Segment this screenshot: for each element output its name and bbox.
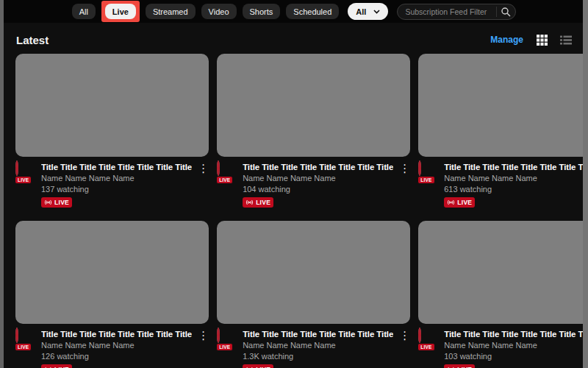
filter-chip-shorts[interactable]: Shorts bbox=[243, 4, 281, 19]
broadcast-icon bbox=[245, 199, 254, 205]
channel-avatar[interactable]: LIVE bbox=[217, 162, 237, 182]
video-card: LIVE Title Title Title Title Title Title… bbox=[217, 221, 410, 368]
watching-count: 126 watching bbox=[41, 352, 192, 361]
chevron-down-icon bbox=[373, 10, 380, 14]
grid-view-button[interactable] bbox=[537, 35, 548, 46]
video-thumbnail[interactable] bbox=[217, 221, 410, 324]
video-grid: LIVE Title Title Title Title Title Title… bbox=[0, 54, 588, 368]
channel-name[interactable]: Name Name Name Name bbox=[444, 341, 588, 350]
avatar bbox=[217, 328, 220, 343]
avatar-live-badge: LIVE bbox=[417, 343, 434, 351]
latest-section-header: Latest Manage bbox=[0, 31, 588, 49]
subscriptions-feed-page: All Live Streamed Video Shorts Scheduled… bbox=[0, 0, 588, 368]
watching-count: 104 watching bbox=[243, 185, 393, 194]
avatar bbox=[418, 328, 421, 343]
video-title[interactable]: Title Title Title Title Title Title Titl… bbox=[444, 330, 588, 339]
live-badge-label: LIVE bbox=[256, 199, 270, 206]
video-thumbnail[interactable] bbox=[418, 221, 588, 324]
kebab-menu-icon[interactable]: ⋮ bbox=[198, 163, 209, 208]
avatar bbox=[15, 328, 18, 343]
grid-view-icon bbox=[537, 35, 548, 46]
live-badge-label: LIVE bbox=[457, 199, 472, 206]
avatar-live-badge: LIVE bbox=[15, 176, 32, 184]
video-thumbnail[interactable] bbox=[15, 221, 209, 324]
filter-chip-live[interactable]: Live bbox=[105, 4, 136, 19]
video-card: LIVE Title Title Title Title Title Title… bbox=[418, 221, 588, 368]
search-input[interactable] bbox=[405, 7, 492, 16]
channel-avatar[interactable]: LIVE bbox=[15, 162, 35, 182]
divider bbox=[496, 7, 497, 17]
channel-name[interactable]: Name Name Name Name bbox=[41, 341, 192, 350]
video-title[interactable]: Title Title Title Title Title Title Titl… bbox=[243, 330, 393, 339]
window-edge-left bbox=[0, 0, 4, 368]
manage-link[interactable]: Manage bbox=[490, 35, 523, 45]
broadcast-icon bbox=[447, 199, 455, 205]
filter-chip-streamed[interactable]: Streamed bbox=[146, 4, 196, 19]
channel-name[interactable]: Name Name Name Name bbox=[41, 174, 192, 183]
avatar bbox=[418, 160, 421, 176]
live-badge-label: LIVE bbox=[54, 199, 69, 206]
filter-chip-all[interactable]: All bbox=[72, 4, 96, 19]
subscription-feed-filter-search bbox=[397, 4, 516, 20]
channel-avatar[interactable]: LIVE bbox=[418, 329, 438, 349]
watching-count: 1.3K watching bbox=[243, 352, 393, 361]
video-title[interactable]: Title Title Title Title Title Title Titl… bbox=[243, 163, 393, 171]
channel-name[interactable]: Name Name Name Name bbox=[243, 174, 393, 183]
kebab-menu-icon[interactable]: ⋮ bbox=[399, 163, 410, 208]
video-title[interactable]: Title Title Title Title Title Title Titl… bbox=[444, 163, 588, 171]
kebab-menu-icon[interactable]: ⋮ bbox=[198, 330, 209, 368]
live-badge: LIVE bbox=[243, 197, 273, 208]
avatar-live-badge: LIVE bbox=[417, 176, 434, 184]
filter-chip-video[interactable]: Video bbox=[201, 4, 237, 19]
dropdown-value: All bbox=[356, 7, 366, 16]
page-title: Latest bbox=[16, 34, 49, 46]
broadcast-icon bbox=[44, 199, 52, 205]
list-view-button[interactable] bbox=[560, 35, 572, 45]
video-thumbnail[interactable] bbox=[217, 54, 410, 157]
video-card: LIVE Title Title Title Title Title Title… bbox=[217, 54, 410, 208]
watching-count: 103 watching bbox=[444, 352, 588, 361]
list-view-icon bbox=[560, 35, 572, 45]
video-thumbnail[interactable] bbox=[15, 54, 209, 157]
feed-filter-bar: All Live Streamed Video Shorts Scheduled… bbox=[0, 0, 588, 23]
video-card: LIVE Title Title Title Title Title Title… bbox=[418, 54, 588, 208]
avatar-live-badge: LIVE bbox=[216, 343, 233, 351]
search-icon bbox=[501, 7, 511, 17]
scrollbar-right[interactable] bbox=[583, 0, 588, 368]
channel-avatar[interactable]: LIVE bbox=[217, 329, 237, 349]
video-card: LIVE Title Title Title Title Title Title… bbox=[15, 54, 209, 208]
avatar-live-badge: LIVE bbox=[15, 343, 32, 351]
video-card: LIVE Title Title Title Title Title Title… bbox=[15, 221, 209, 368]
avatar bbox=[217, 160, 220, 176]
live-badge: LIVE bbox=[243, 364, 273, 368]
avatar bbox=[15, 160, 18, 176]
watching-count: 137 watching bbox=[41, 185, 192, 194]
search-button[interactable] bbox=[501, 7, 511, 17]
channel-name[interactable]: Name Name Name Name bbox=[444, 174, 588, 183]
live-badge: LIVE bbox=[444, 364, 475, 368]
live-badge: LIVE bbox=[41, 197, 72, 208]
kebab-menu-icon[interactable]: ⋮ bbox=[399, 330, 410, 368]
watching-count: 613 watching bbox=[444, 185, 588, 194]
live-badge: LIVE bbox=[444, 197, 475, 208]
channel-filter-dropdown[interactable]: All bbox=[348, 3, 388, 20]
filter-chip-scheduled[interactable]: Scheduled bbox=[286, 4, 339, 19]
avatar-live-badge: LIVE bbox=[216, 176, 233, 184]
video-title[interactable]: Title Title Title Title Title Title Titl… bbox=[41, 163, 192, 171]
video-thumbnail[interactable] bbox=[418, 54, 588, 157]
channel-avatar[interactable]: LIVE bbox=[15, 329, 35, 349]
live-badge: LIVE bbox=[41, 364, 72, 368]
channel-name[interactable]: Name Name Name Name bbox=[243, 341, 393, 350]
video-title[interactable]: Title Title Title Title Title Title Titl… bbox=[41, 330, 192, 339]
channel-avatar[interactable]: LIVE bbox=[418, 162, 438, 182]
click-highlight-box: Live bbox=[101, 1, 140, 22]
